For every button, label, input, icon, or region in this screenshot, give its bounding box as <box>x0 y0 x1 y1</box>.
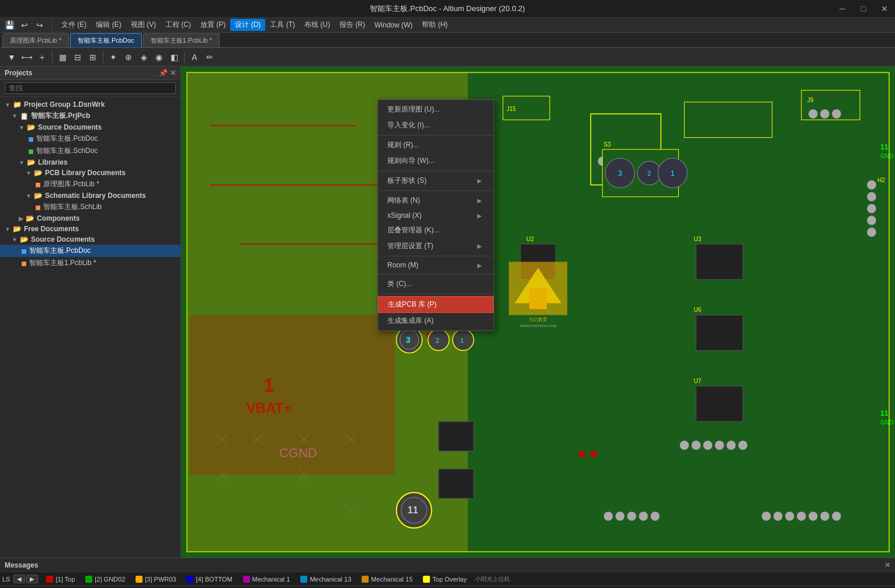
tree-item-pcbdoc2[interactable]: ◼智能车主板.PcbDoc <box>0 245 181 257</box>
layer-more[interactable]: 小阳光上位机 <box>475 575 510 583</box>
menu-class[interactable]: 类 (C)... <box>378 276 494 292</box>
sidebar: Projects 📌 ✕ ▼📁Project Group 1.DsnWrk▼📋智… <box>0 67 181 558</box>
maximize-button[interactable]: □ <box>853 0 874 18</box>
tree-arrow-schlib_docs: ▼ <box>26 193 32 199</box>
svg-text:3: 3 <box>406 335 411 345</box>
svg-text:U6: U6 <box>693 307 701 313</box>
svg-rect-45 <box>591 451 596 457</box>
main-layout: Projects 📌 ✕ ▼📁Project Group 1.DsnWrk▼📋智… <box>0 67 895 558</box>
tree-item-schdoc1[interactable]: ◼智能车主板.SchDoc <box>0 145 181 157</box>
svg-rect-48 <box>696 315 743 351</box>
svg-point-28 <box>762 512 771 521</box>
tree-item-pcblib2[interactable]: ◼智能车主板1.PcbLib * <box>0 257 181 269</box>
tree-item-schlib_docs[interactable]: ▼📂Schematic Library Documents <box>0 190 181 201</box>
messages-close-icon[interactable]: ✕ <box>884 561 890 569</box>
add-icon[interactable]: + <box>35 50 49 64</box>
menu-window[interactable]: Window (W) <box>370 20 417 30</box>
window-controls[interactable]: ─ □ ✕ <box>832 0 895 18</box>
wire-icon[interactable]: ⟷ <box>20 50 34 64</box>
chart-bar-icon[interactable]: ▦ <box>55 50 70 64</box>
layer-pwr03[interactable]: [3] PWR03 <box>131 575 181 583</box>
tree-label-libraries: Libraries <box>38 158 176 166</box>
tree-item-src_docs2[interactable]: ▼📂Source Documents <box>0 234 181 245</box>
menu-netlist[interactable]: 网络表 (N) ▶ <box>378 193 494 208</box>
search-input[interactable] <box>5 82 176 94</box>
layer-mech13-label: Mechanical 13 <box>310 576 351 583</box>
qa-undo[interactable]: ↩ <box>18 18 32 32</box>
tree-item-pcb_proj[interactable]: ▼📋智能车主板.PrjPcb <box>0 110 181 122</box>
label-icon[interactable]: ◈ <box>137 50 151 64</box>
netlist-arrow: ▶ <box>477 197 482 204</box>
table-icon[interactable]: ⊟ <box>71 50 85 64</box>
menu-rules-wizard[interactable]: 规则向导 (W)... <box>378 153 494 169</box>
qa-redo[interactable]: ↪ <box>33 18 47 32</box>
close-button[interactable]: ✕ <box>874 0 895 18</box>
3d-icon[interactable]: ◧ <box>167 50 181 64</box>
tree-item-pcblib1[interactable]: ◼原理图库.PcbLib * <box>0 178 181 190</box>
menu-gen-integrated[interactable]: 生成集成库 (A) <box>378 313 494 329</box>
tree-item-schlib1[interactable]: ◼智能车主板.SchLib <box>0 201 181 213</box>
menu-project[interactable]: 工程 (C) <box>161 19 196 31</box>
tree-icon-schdoc1: ◼ <box>28 147 34 155</box>
messages-title: Messages <box>5 561 38 569</box>
svg-text:11: 11 <box>408 505 418 515</box>
layer-gnd02[interactable]: [2] GND02 <box>81 575 130 583</box>
layer-scroll-left[interactable]: ◀ <box>13 575 25 583</box>
layer-bottom[interactable]: [4] BOTTOM <box>182 575 237 583</box>
layer-mech15[interactable]: Mechanical 15 <box>357 575 417 583</box>
tab-pcblib1[interactable]: 智能车主板1.PcbLib * <box>143 33 220 47</box>
tree-item-pcbdoc1[interactable]: ◼智能车主板.PcbDoc <box>0 133 181 145</box>
text-icon[interactable]: A <box>188 50 202 64</box>
menu-report[interactable]: 报告 (R) <box>335 19 370 31</box>
svg-point-20 <box>867 215 876 225</box>
inspect-icon[interactable]: ◉ <box>152 50 166 64</box>
menu-tools[interactable]: 工具 (T) <box>265 19 300 31</box>
tree-arrow-pcblib_docs: ▼ <box>26 170 32 176</box>
menu-edit[interactable]: 编辑 (E) <box>91 19 126 31</box>
tree-item-free_docs[interactable]: ▼📂Free Documents <box>0 224 181 234</box>
canvas-area[interactable]: 3 2 1 11 3 2 1 凡亿教育 WWW.FAN <box>181 67 895 558</box>
menu-rules[interactable]: 规则 (R)... <box>378 137 494 153</box>
layer-mech13[interactable]: Mechanical 13 <box>296 575 356 583</box>
tree-item-components[interactable]: ▶📂Components <box>0 213 181 224</box>
menu-import-changes[interactable]: 导入变化 (I)... <box>378 117 494 133</box>
cursor-icon[interactable]: ✦ <box>106 50 120 64</box>
menu-xsignal[interactable]: xSignal (X) ▶ <box>378 208 494 222</box>
tab-pcbdoc[interactable]: 智能车主板.PcbDoc <box>70 33 142 47</box>
tree-item-pcblib_docs[interactable]: ▼📂PCB Library Documents <box>0 168 181 178</box>
filter-icon[interactable]: ▼ <box>5 50 19 64</box>
menu-room[interactable]: Room (M) ▶ <box>378 258 494 272</box>
menu-place[interactable]: 放置 (P) <box>196 19 230 31</box>
grid-icon[interactable]: ⊞ <box>86 50 100 64</box>
menu-design[interactable]: 设计 (D) <box>230 19 265 31</box>
sidebar-close-icon[interactable]: ✕ <box>170 69 176 77</box>
menu-view[interactable]: 视图 (V) <box>126 19 161 31</box>
layer-scroll-right[interactable]: ▶ <box>26 575 38 583</box>
menu-update-sch[interactable]: 更新原理图 (U)... <box>378 102 494 117</box>
tab-schlib[interactable]: 原理图库.PcbLib * <box>2 33 69 47</box>
sidebar-pin-icon[interactable]: 📌 <box>159 69 168 77</box>
svg-text:2: 2 <box>436 337 439 344</box>
tree-item-libraries[interactable]: ▼📂Libraries <box>0 157 181 168</box>
menu-route[interactable]: 布线 (U) <box>300 19 335 31</box>
menu-layer-settings[interactable]: 管理层设置 (T) ▶ <box>378 238 494 254</box>
menu-layer-mgr[interactable]: 层叠管理器 (K)... <box>378 222 494 238</box>
app-title: 智能车主板.PcbDoc - Altium Designer (20.0.2) <box>370 4 525 14</box>
tree-label-src_docs1: Source Documents <box>38 123 176 131</box>
svg-point-33 <box>820 512 830 521</box>
layer-top-overlay[interactable]: Top Overlay <box>418 575 471 583</box>
qa-save[interactable]: 💾 <box>2 18 16 32</box>
tree-item-pg1[interactable]: ▼📁Project Group 1.DsnWrk <box>0 99 181 110</box>
layer-mech1[interactable]: Mechanical 1 <box>238 575 295 583</box>
pen-icon[interactable]: ✏ <box>203 50 217 64</box>
layer-top[interactable]: [1] Top <box>41 575 79 583</box>
menu-file[interactable]: 文件 (E) <box>57 19 91 31</box>
measure-icon[interactable]: ⊕ <box>122 50 136 64</box>
sidebar-header: Projects 📌 ✕ <box>0 67 181 80</box>
menu-gen-pcb-lib[interactable]: 生成PCB 库 (P) <box>378 296 494 313</box>
project-tree: ▼📁Project Group 1.DsnWrk▼📋智能车主板.PrjPcb▼📂… <box>0 97 181 558</box>
menu-board-shape[interactable]: 板子形状 (S) ▶ <box>378 173 494 189</box>
tree-item-src_docs1[interactable]: ▼📂Source Documents <box>0 122 181 133</box>
minimize-button[interactable]: ─ <box>832 0 853 18</box>
menu-help[interactable]: 帮助 (H) <box>417 19 452 31</box>
